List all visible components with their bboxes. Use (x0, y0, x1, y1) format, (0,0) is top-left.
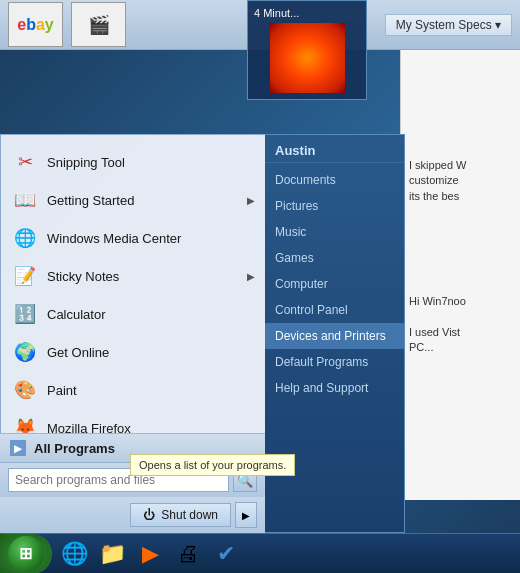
taskbar-ie-icon[interactable]: 🌐 (56, 536, 92, 572)
paint-label: Paint (47, 383, 77, 398)
sticky-notes-icon: 📝 (11, 262, 39, 290)
shutdown-row: ⏻ Shut down ▶ (0, 497, 265, 533)
getting-started-arrow: ▶ (247, 195, 255, 206)
second-tile[interactable]: 🎬 (71, 2, 126, 47)
getting-started-icon: 📖 (11, 186, 39, 214)
four-minutes-title: 4 Minut... (254, 7, 360, 19)
shutdown-label: Shut down (161, 508, 218, 522)
windows-orb: ⊞ (8, 536, 44, 572)
menu-item-windows-media-center[interactable]: 🌐 Windows Media Center (1, 219, 265, 257)
all-programs-tooltip: Opens a list of your programs. (130, 454, 295, 476)
start-menu-username: Austin (265, 135, 404, 163)
all-programs-label: All Programs (34, 441, 115, 456)
sticky-notes-label: Sticky Notes (47, 269, 119, 284)
forum-post-1: I skipped Wcustomizeits the bes (409, 158, 512, 204)
get-online-icon: 🌍 (11, 338, 39, 366)
taskbar-check-icon[interactable]: ✔ (208, 536, 244, 572)
right-menu-music[interactable]: Music (265, 219, 404, 245)
right-menu-documents[interactable]: Documents (265, 167, 404, 193)
taskbar-icons: 🌐 📁 ▶ 🖨 ✔ (52, 536, 520, 572)
menu-item-get-online[interactable]: 🌍 Get Online (1, 333, 265, 371)
power-icon: ⏻ (143, 508, 155, 522)
snipping-tool-icon: ✂ (11, 148, 39, 176)
four-minutes-thumbnail[interactable]: 4 Minut... (247, 0, 367, 100)
windows-media-center-icon: 🌐 (11, 224, 39, 252)
snipping-tool-label: Snipping Tool (47, 155, 125, 170)
right-menu-help-and-support[interactable]: Help and Support (265, 375, 404, 401)
right-menu-games[interactable]: Games (265, 245, 404, 271)
sticky-notes-arrow: ▶ (247, 271, 255, 282)
taskbar-start-button[interactable]: ⊞ (0, 534, 52, 574)
menu-item-paint[interactable]: 🎨 Paint (1, 371, 265, 409)
calculator-label: Calculator (47, 307, 106, 322)
menu-item-calculator[interactable]: 🔢 Calculator (1, 295, 265, 333)
right-menu-default-programs[interactable]: Default Programs (265, 349, 404, 375)
getting-started-label: Getting Started (47, 193, 134, 208)
right-menu-computer[interactable]: Computer (265, 271, 404, 297)
top-bar-right: My System Specs ▾ (385, 14, 512, 36)
get-online-label: Get Online (47, 345, 109, 360)
right-panel: I skipped Wcustomizeits the bes Hi Win7n… (400, 50, 520, 500)
shutdown-button[interactable]: ⏻ Shut down (130, 503, 231, 527)
four-minutes-image (270, 23, 345, 93)
right-menu-control-panel[interactable]: Control Panel (265, 297, 404, 323)
menu-item-snipping-tool[interactable]: ✂ Snipping Tool (1, 143, 265, 181)
taskbar-folder-icon[interactable]: 📁 (94, 536, 130, 572)
menu-item-sticky-notes[interactable]: 📝 Sticky Notes ▶ (1, 257, 265, 295)
menu-item-getting-started[interactable]: 📖 Getting Started ▶ (1, 181, 265, 219)
app-icons: ebay 🎬 (8, 2, 126, 47)
all-programs-arrow-icon: ▶ (10, 440, 26, 456)
taskbar-media-icon[interactable]: ▶ (132, 536, 168, 572)
paint-icon: 🎨 (11, 376, 39, 404)
right-menu-pictures[interactable]: Pictures (265, 193, 404, 219)
ebay-tile[interactable]: ebay (8, 2, 63, 47)
shutdown-arrow-button[interactable]: ▶ (235, 502, 257, 528)
forum-post-2: Hi Win7nooI used VistPC... (409, 294, 512, 356)
calculator-icon: 🔢 (11, 300, 39, 328)
start-menu-bottom: ▶ All Programs 🔍 ⏻ Shut down ▶ (0, 433, 265, 533)
windows-media-center-label: Windows Media Center (47, 231, 181, 246)
my-system-specs-button[interactable]: My System Specs ▾ (385, 14, 512, 36)
right-menu-devices-and-printers[interactable]: Devices and Printers (265, 323, 404, 349)
taskbar: ⊞ 🌐 📁 ▶ 🖨 ✔ (0, 533, 520, 573)
taskbar-hp-icon[interactable]: 🖨 (170, 536, 206, 572)
